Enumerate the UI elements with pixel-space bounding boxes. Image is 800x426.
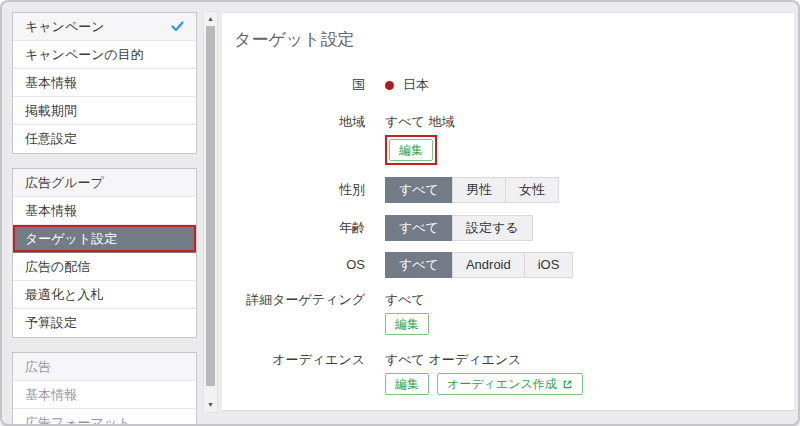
detailed-targeting-value: すべて: [385, 292, 429, 308]
button-label: 編集: [399, 142, 423, 159]
sidebar-item-placement-period[interactable]: 掲載期間: [13, 97, 196, 125]
sidebar-item-basic-info-adgroup[interactable]: 基本情報: [13, 197, 196, 225]
sidebar-section-ad: 広告 基本情報 広告フォーマット: [12, 352, 197, 426]
country-label: 国: [222, 77, 365, 93]
os-option-all[interactable]: すべて: [385, 252, 453, 278]
sidebar-item-basic-info-campaign[interactable]: 基本情報: [13, 69, 196, 97]
sidebar-item-label: 最適化と入札: [25, 286, 103, 304]
gender-option-female[interactable]: 女性: [505, 177, 559, 203]
scroll-up-icon[interactable]: ▲: [204, 13, 217, 25]
red-dot-icon: [385, 81, 394, 90]
sidebar-item-label: ターゲット設定: [25, 230, 117, 248]
sidebar-header-ad: 広告: [13, 353, 196, 381]
region-edit-button[interactable]: 編集: [389, 139, 433, 161]
sidebar-item-label: 広告の配信: [25, 258, 90, 276]
detailed-targeting-row: 詳細ターゲティング すべて 編集: [222, 292, 794, 335]
main-panel: ターゲット設定 国 日本 地域 すべて 地域: [222, 12, 794, 411]
region-label: 地域: [222, 114, 365, 165]
os-label: OS: [222, 252, 365, 278]
sidebar-header-label: 広告グループ: [25, 174, 104, 192]
os-row: OS すべて Android iOS: [222, 252, 794, 278]
audience-row: オーディエンス すべて オーディエンス 編集 オーディエンス作成: [222, 352, 794, 395]
os-segmented-control: すべて Android iOS: [385, 252, 573, 278]
sidebar-item-label: 広告フォーマット: [25, 414, 131, 426]
sidebar-item-label: 予算設定: [25, 314, 77, 332]
gender-row: 性別 すべて 男性 女性: [222, 177, 794, 203]
step-sidebar: キャンペーン キャンペーンの目的 基本情報 掲載期間 任意設定 広告グループ 基…: [12, 12, 197, 426]
sidebar-item-target-settings[interactable]: ターゲット設定: [13, 225, 196, 253]
sidebar-item-label: 掲載期間: [25, 102, 77, 120]
os-option-ios[interactable]: iOS: [524, 252, 574, 278]
sidebar-item-optimization-bidding[interactable]: 最適化と入札: [13, 281, 196, 309]
sidebar-item-optional-settings[interactable]: 任意設定: [13, 125, 196, 153]
sidebar-item-campaign-objective[interactable]: キャンペーンの目的: [13, 41, 196, 69]
sidebar-item-label: キャンペーンの目的: [25, 46, 144, 64]
vertical-scrollbar[interactable]: ▲ ▼: [203, 11, 218, 413]
sidebar-section-campaign: キャンペーン キャンペーンの目的 基本情報 掲載期間 任意設定: [12, 12, 197, 154]
button-label: オーディエンス作成: [447, 376, 557, 393]
audience-value: すべて オーディエンス: [385, 352, 583, 368]
page-title: ターゲット設定: [234, 28, 794, 51]
sidebar-item-label: 基本情報: [25, 74, 77, 92]
gender-segmented-control: すべて 男性 女性: [385, 177, 559, 203]
scroll-down-icon[interactable]: ▼: [204, 399, 217, 411]
scrollbar-thumb[interactable]: [206, 26, 215, 386]
button-label: 編集: [395, 376, 419, 393]
sidebar-header-label: キャンペーン: [25, 18, 105, 36]
detailed-targeting-label: 詳細ターゲティング: [222, 292, 365, 335]
target-settings-form: 国 日本 地域 すべて 地域 編集: [222, 77, 794, 395]
os-option-android[interactable]: Android: [452, 252, 525, 278]
detailed-targeting-edit-button[interactable]: 編集: [385, 313, 429, 335]
app-window: キャンペーン キャンペーンの目的 基本情報 掲載期間 任意設定 広告グループ 基…: [0, 0, 800, 426]
sidebar-header-campaign: キャンペーン: [13, 13, 196, 41]
sidebar-item-ad-delivery[interactable]: 広告の配信: [13, 253, 196, 281]
age-segmented-control: すべて 設定する: [385, 215, 533, 241]
sidebar-item-label: 任意設定: [25, 130, 77, 148]
sidebar-item-label: 基本情報: [25, 386, 77, 404]
external-link-icon: [562, 379, 573, 390]
button-label: 編集: [395, 316, 419, 333]
sidebar-header-label: 広告: [25, 358, 51, 376]
gender-option-all[interactable]: すべて: [385, 177, 453, 203]
audience-create-button[interactable]: オーディエンス作成: [437, 373, 583, 395]
region-value: すべて 地域: [385, 114, 455, 130]
audience-label: オーディエンス: [222, 352, 365, 395]
highlight-box-region-edit: 編集: [385, 135, 437, 165]
audience-edit-button[interactable]: 編集: [385, 373, 429, 395]
gender-label: 性別: [222, 177, 365, 203]
region-row: 地域 すべて 地域 編集: [222, 114, 794, 165]
age-label: 年齢: [222, 215, 365, 241]
age-option-all[interactable]: すべて: [385, 215, 453, 241]
gender-option-male[interactable]: 男性: [452, 177, 506, 203]
sidebar-item-ad-format[interactable]: 広告フォーマット: [13, 409, 196, 426]
country-value: 日本: [403, 77, 429, 93]
age-option-set[interactable]: 設定する: [452, 215, 533, 241]
sidebar-section-ad-group: 広告グループ 基本情報 ターゲット設定 広告の配信 最適化と入札 予算設定: [12, 168, 197, 338]
sidebar-item-label: 基本情報: [25, 202, 77, 220]
country-row: 国 日本: [222, 77, 794, 93]
check-icon: [171, 21, 184, 32]
age-row: 年齢 すべて 設定する: [222, 215, 794, 241]
sidebar-item-basic-info-ad[interactable]: 基本情報: [13, 381, 196, 409]
sidebar-item-budget-settings[interactable]: 予算設定: [13, 309, 196, 337]
sidebar-header-ad-group: 広告グループ: [13, 169, 196, 197]
